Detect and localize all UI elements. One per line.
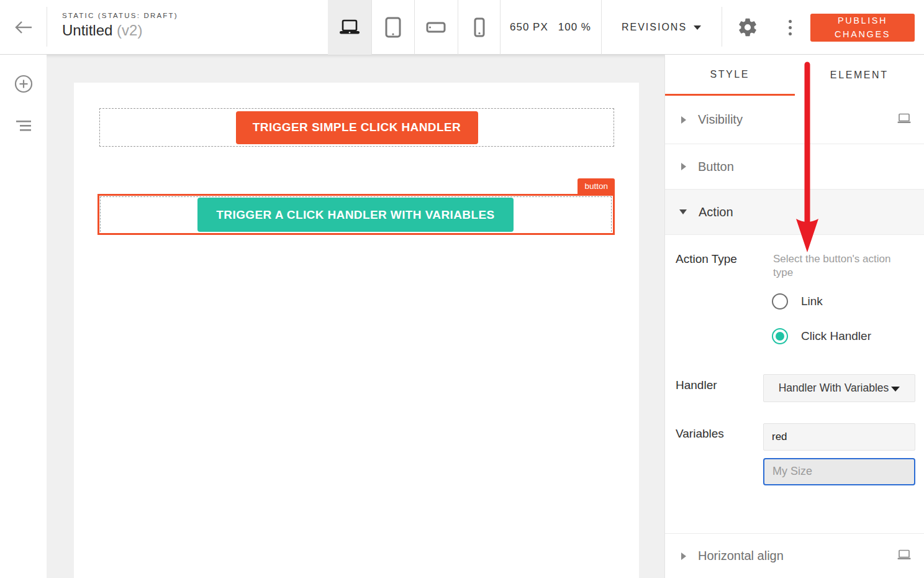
section-label: Action <box>699 205 733 219</box>
radio-selected-icon[interactable] <box>772 328 788 344</box>
section-label: Horizontal align <box>698 549 784 563</box>
section-button[interactable]: Button <box>665 144 924 190</box>
left-toolbar <box>0 55 47 578</box>
monitor-icon <box>897 549 911 562</box>
variable-input-1[interactable] <box>763 423 915 451</box>
button1-container[interactable]: TRIGGER SIMPLE CLICK HANDLER <box>99 108 614 147</box>
radio-icon[interactable] <box>772 293 788 310</box>
variable-input-2[interactable] <box>763 458 915 485</box>
kebab-icon <box>789 20 792 23</box>
overflow-menu-button[interactable] <box>777 0 802 55</box>
phone-landscape-icon <box>426 22 446 33</box>
tablet-icon <box>384 17 402 38</box>
status-label: STATIC (STATUS: DRAFT) <box>62 12 178 19</box>
radio-label: Click Handler <box>801 329 871 343</box>
add-element-button[interactable] <box>0 65 47 103</box>
device-phone-portrait-button[interactable] <box>458 0 501 55</box>
publish-changes-button[interactable]: PUBLISH CHANGES <box>810 14 915 42</box>
caret-right-icon <box>681 116 686 124</box>
page-title: Untitled (v2) <box>62 22 178 39</box>
revisions-menu[interactable]: REVISIONS <box>601 0 722 55</box>
top-toolbar: STATIC (STATUS: DRAFT) Untitled (v2) <box>0 0 924 55</box>
variables-click-handler-button[interactable]: TRIGGER A CLICK HANDLER WITH VARIABLES <box>197 198 514 232</box>
handler-label: Handler <box>676 378 717 392</box>
inspector-panel: STYLE ELEMENT Visibility Button Action A… <box>664 55 924 578</box>
revisions-label: REVISIONS <box>622 22 687 33</box>
action-type-help: Select the button's action type <box>773 252 906 280</box>
section-visibility[interactable]: Visibility <box>665 96 924 144</box>
editor-canvas: TRIGGER SIMPLE CLICK HANDLER TRIGGER A C… <box>47 55 664 578</box>
tab-element[interactable]: ELEMENT <box>795 55 924 96</box>
document-title-block: STATIC (STATUS: DRAFT) Untitled (v2) <box>62 12 178 39</box>
selection-tag: button <box>578 178 615 194</box>
chevron-down-icon <box>694 25 701 30</box>
phone-portrait-icon <box>474 17 485 37</box>
gear-icon <box>737 17 758 38</box>
device-phone-landscape-button[interactable] <box>414 0 458 55</box>
radio-option-click-handler[interactable]: Click Handler <box>772 328 871 344</box>
device-desktop-button[interactable] <box>328 0 371 55</box>
plus-circle-icon <box>14 75 33 93</box>
back-arrow-icon <box>14 20 33 35</box>
radio-option-link[interactable]: Link <box>772 293 823 310</box>
section-action[interactable]: Action <box>665 190 924 235</box>
viewport-info: 650 PX 100 % <box>500 0 601 55</box>
section-horizontal-align[interactable]: Horizontal align <box>665 533 924 578</box>
settings-button[interactable] <box>733 0 763 55</box>
divider <box>47 7 47 47</box>
back-button[interactable] <box>0 0 47 55</box>
doc-name: Untitled <box>62 22 112 39</box>
monitor-icon <box>897 113 911 126</box>
simple-click-handler-button[interactable]: TRIGGER SIMPLE CLICK HANDLER <box>236 111 478 144</box>
caret-right-icon <box>681 163 686 170</box>
handler-select[interactable]: Handler With Variables <box>763 374 915 402</box>
layers-icon <box>16 121 31 131</box>
doc-version: (v2) <box>117 22 142 39</box>
zoom-level: 100 % <box>558 21 591 34</box>
page-preview: TRIGGER SIMPLE CLICK HANDLER TRIGGER A C… <box>74 83 639 578</box>
inspector-tabs: STYLE ELEMENT <box>665 55 924 96</box>
layers-tree-button[interactable] <box>0 107 47 144</box>
chevron-down-icon <box>891 387 900 392</box>
radio-label: Link <box>801 295 823 308</box>
caret-right-icon <box>681 553 686 560</box>
device-tablet-button[interactable] <box>371 0 415 55</box>
laptop-icon <box>338 19 361 36</box>
tab-style[interactable]: STYLE <box>665 55 795 96</box>
handler-value: Handler With Variables <box>779 382 889 395</box>
action-type-label: Action Type <box>676 252 737 266</box>
section-label: Button <box>698 160 734 174</box>
divider <box>722 7 722 47</box>
variables-label: Variables <box>676 427 724 441</box>
caret-down-icon <box>679 209 687 214</box>
viewport-width: 650 PX <box>510 21 548 34</box>
section-label: Visibility <box>698 112 743 127</box>
